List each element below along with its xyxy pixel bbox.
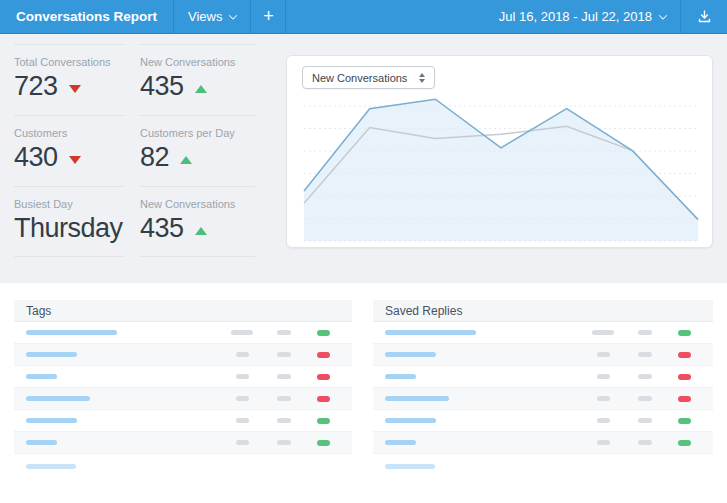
table-row[interactable] bbox=[373, 366, 713, 388]
metric-skeleton-pill bbox=[597, 374, 610, 379]
trend-up-icon bbox=[180, 156, 192, 164]
metric-skeleton-pill bbox=[277, 440, 291, 445]
line-area-chart bbox=[287, 96, 714, 246]
metric-skeleton-pill bbox=[597, 418, 610, 423]
date-range-label: Jul 16, 2018 - Jul 22, 2018 bbox=[499, 9, 652, 24]
table-row[interactable] bbox=[373, 388, 713, 410]
table-footer-link[interactable] bbox=[14, 454, 352, 478]
metric-skeleton-pill bbox=[638, 418, 652, 423]
metric-skeleton-pill bbox=[638, 374, 652, 379]
name-skeleton-bar bbox=[385, 396, 449, 401]
stats-panel: Total Conversations 723 New Conversation… bbox=[14, 44, 255, 257]
table-row[interactable] bbox=[14, 410, 352, 432]
table-rows bbox=[373, 322, 713, 454]
tables-section: Tags Saved Replies bbox=[0, 283, 727, 503]
status-pill-positive bbox=[678, 418, 691, 424]
stat-customers: Customers 430 bbox=[14, 115, 125, 186]
stat-value: 435 bbox=[140, 213, 184, 244]
saved-replies-table: Saved Replies bbox=[373, 300, 713, 478]
name-skeleton-bar bbox=[26, 330, 117, 335]
status-pill-negative bbox=[317, 352, 330, 358]
metric-skeleton-pill bbox=[236, 352, 249, 357]
metric-skeleton-pill bbox=[638, 440, 652, 445]
chart-card: New Conversations bbox=[286, 55, 713, 248]
table-row[interactable] bbox=[14, 388, 352, 410]
status-pill-negative bbox=[317, 396, 330, 402]
stat-total-conversations: Total Conversations 723 bbox=[14, 44, 125, 115]
table-row[interactable] bbox=[373, 432, 713, 454]
name-skeleton-bar bbox=[385, 418, 436, 423]
views-menu-label: Views bbox=[188, 9, 222, 24]
metric-skeleton-pill bbox=[236, 418, 249, 423]
metric-skeleton-pill bbox=[277, 352, 291, 357]
conversations-report-page: Conversations Report Views + Jul 16, 201… bbox=[0, 0, 727, 503]
table-row[interactable] bbox=[373, 344, 713, 366]
select-up-down-arrows-icon bbox=[419, 73, 425, 83]
table-header: Tags bbox=[14, 300, 352, 322]
table-row[interactable] bbox=[14, 322, 352, 344]
status-pill-negative bbox=[317, 374, 330, 380]
download-icon bbox=[697, 9, 712, 24]
stat-label: New Conversations bbox=[140, 56, 255, 68]
table-header: Saved Replies bbox=[373, 300, 713, 322]
trend-up-icon bbox=[195, 227, 207, 235]
metric-skeleton-pill bbox=[277, 396, 291, 401]
name-skeleton-bar bbox=[385, 440, 416, 445]
name-skeleton-bar bbox=[26, 440, 57, 445]
metric-select[interactable]: New Conversations bbox=[302, 66, 435, 89]
name-skeleton-bar bbox=[385, 330, 476, 335]
date-range-picker[interactable]: Jul 16, 2018 - Jul 22, 2018 bbox=[485, 0, 680, 33]
stat-new-conversations-2: New Conversations 435 bbox=[140, 186, 255, 257]
stat-label: Busiest Day bbox=[14, 198, 125, 210]
trend-down-icon bbox=[69, 156, 81, 164]
stat-label: New Conversations bbox=[140, 198, 255, 210]
name-skeleton-bar bbox=[26, 418, 77, 423]
metric-skeleton-pill bbox=[597, 440, 610, 445]
name-skeleton-bar bbox=[385, 374, 416, 379]
summary-section: Total Conversations 723 New Conversation… bbox=[0, 34, 727, 283]
metric-skeleton-pill bbox=[597, 352, 610, 357]
view-all-link-skeleton bbox=[385, 464, 435, 469]
status-pill-positive bbox=[317, 330, 330, 336]
status-pill-positive bbox=[678, 330, 691, 336]
stat-new-conversations: New Conversations 435 bbox=[140, 44, 255, 115]
trend-down-icon bbox=[69, 85, 81, 93]
views-menu-button[interactable]: Views bbox=[174, 0, 250, 33]
topbar-spacer bbox=[286, 0, 484, 33]
status-pill-negative bbox=[678, 374, 691, 380]
metric-skeleton-pill bbox=[638, 352, 652, 357]
stat-label: Total Conversations bbox=[14, 56, 125, 68]
chart-area-fill bbox=[304, 99, 698, 241]
table-title: Tags bbox=[26, 304, 51, 318]
name-skeleton-bar bbox=[26, 396, 90, 401]
table-row[interactable] bbox=[14, 432, 352, 454]
table-footer-link[interactable] bbox=[373, 454, 713, 478]
tags-table: Tags bbox=[14, 300, 352, 478]
stat-value: 435 bbox=[140, 71, 184, 102]
top-nav-bar: Conversations Report Views + Jul 16, 201… bbox=[0, 0, 727, 34]
trend-up-icon bbox=[195, 85, 207, 93]
table-row[interactable] bbox=[373, 410, 713, 432]
status-pill-positive bbox=[317, 418, 330, 424]
stat-value: 82 bbox=[140, 142, 169, 173]
export-button[interactable] bbox=[681, 0, 727, 33]
metric-skeleton-pill bbox=[592, 330, 614, 335]
add-view-button[interactable]: + bbox=[251, 0, 285, 33]
status-pill-positive bbox=[317, 440, 330, 446]
table-title: Saved Replies bbox=[385, 304, 462, 318]
name-skeleton-bar bbox=[26, 352, 77, 357]
name-skeleton-bar bbox=[385, 352, 436, 357]
metric-skeleton-pill bbox=[597, 396, 610, 401]
metric-skeleton-pill bbox=[277, 330, 291, 335]
stat-customers-per-day: Customers per Day 82 bbox=[140, 115, 255, 186]
metric-select-value: New Conversations bbox=[312, 72, 407, 84]
stat-label: Customers per Day bbox=[140, 127, 255, 139]
table-row[interactable] bbox=[14, 366, 352, 388]
table-row[interactable] bbox=[14, 344, 352, 366]
stat-value: 723 bbox=[14, 71, 58, 102]
metric-skeleton-pill bbox=[236, 396, 249, 401]
metric-skeleton-pill bbox=[638, 330, 652, 335]
stat-label: Customers bbox=[14, 127, 125, 139]
table-row[interactable] bbox=[373, 322, 713, 344]
table-rows bbox=[14, 322, 352, 454]
